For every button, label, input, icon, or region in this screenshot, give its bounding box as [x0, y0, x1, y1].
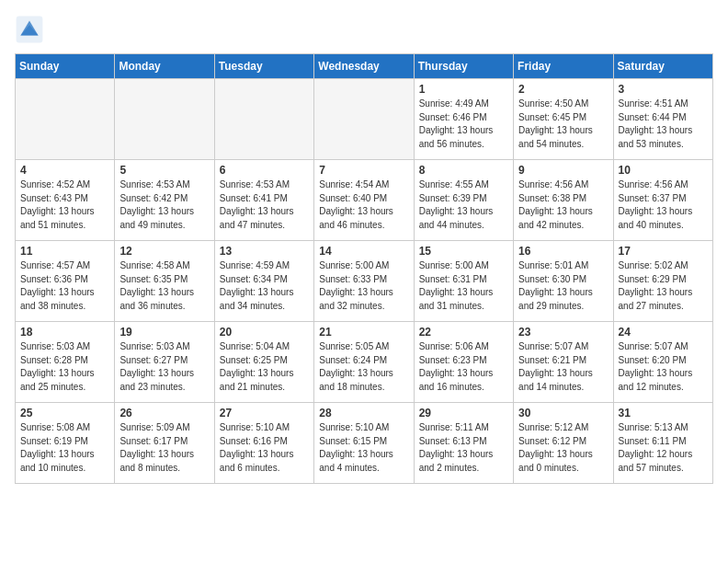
day-number: 31 — [619, 407, 708, 419]
calendar-cell: 4Sunrise: 4:52 AMSunset: 6:43 PMDaylight… — [16, 160, 115, 241]
day-number: 28 — [319, 407, 408, 419]
calendar-cell: 8Sunrise: 4:55 AMSunset: 6:39 PMDaylight… — [414, 160, 513, 241]
calendar-cell: 13Sunrise: 4:59 AMSunset: 6:34 PMDayligh… — [214, 241, 313, 322]
calendar-cell: 29Sunrise: 5:11 AMSunset: 6:13 PMDayligh… — [414, 403, 513, 484]
day-info: Sunrise: 5:08 AMSunset: 6:19 PMDaylight:… — [20, 421, 109, 475]
weekday-header: Monday — [115, 54, 214, 79]
weekday-header: Sunday — [16, 54, 115, 79]
day-info: Sunrise: 5:00 AMSunset: 6:31 PMDaylight:… — [419, 259, 508, 313]
day-number: 5 — [119, 164, 209, 177]
day-info: Sunrise: 5:01 AMSunset: 6:30 PMDaylight:… — [518, 259, 608, 313]
day-info: Sunrise: 4:58 AMSunset: 6:35 PMDaylight:… — [119, 259, 209, 313]
day-number: 4 — [20, 164, 109, 177]
calendar-cell: 6Sunrise: 4:53 AMSunset: 6:41 PMDaylight… — [214, 160, 313, 241]
day-info: Sunrise: 4:50 AMSunset: 6:45 PMDaylight:… — [518, 98, 608, 151]
day-info: Sunrise: 4:56 AMSunset: 6:38 PMDaylight:… — [518, 178, 608, 232]
day-number: 17 — [619, 245, 708, 258]
calendar-cell: 12Sunrise: 4:58 AMSunset: 6:35 PMDayligh… — [115, 241, 214, 322]
calendar-cell: 2Sunrise: 4:50 AMSunset: 6:45 PMDaylight… — [514, 79, 613, 160]
day-info: Sunrise: 5:07 AMSunset: 6:21 PMDaylight:… — [518, 340, 608, 394]
day-info: Sunrise: 5:04 AMSunset: 6:25 PMDaylight:… — [220, 340, 309, 394]
day-number: 22 — [419, 326, 508, 339]
calendar-cell: 11Sunrise: 4:57 AMSunset: 6:36 PMDayligh… — [16, 241, 115, 322]
weekday-header: Friday — [514, 54, 613, 79]
calendar-cell: 31Sunrise: 5:13 AMSunset: 6:11 PMDayligh… — [613, 403, 712, 484]
calendar-cell: 18Sunrise: 5:03 AMSunset: 6:28 PMDayligh… — [16, 322, 115, 403]
day-number: 16 — [518, 245, 608, 258]
day-number: 10 — [619, 164, 708, 177]
calendar-cell: 27Sunrise: 5:10 AMSunset: 6:16 PMDayligh… — [214, 403, 313, 484]
day-number: 27 — [220, 407, 309, 419]
day-number: 6 — [220, 164, 309, 177]
day-number: 25 — [20, 407, 109, 419]
day-number: 24 — [619, 326, 708, 339]
logo-icon — [15, 15, 44, 44]
day-info: Sunrise: 5:03 AMSunset: 6:28 PMDaylight:… — [20, 340, 109, 394]
day-info: Sunrise: 4:55 AMSunset: 6:39 PMDaylight:… — [419, 178, 508, 232]
day-number: 9 — [518, 164, 608, 177]
day-number: 15 — [419, 245, 508, 258]
day-number: 12 — [119, 245, 209, 258]
weekday-header: Saturday — [613, 54, 712, 79]
calendar-cell: 1Sunrise: 4:49 AMSunset: 6:46 PMDaylight… — [414, 79, 513, 160]
calendar-cell — [16, 79, 115, 160]
calendar-cell: 10Sunrise: 4:56 AMSunset: 6:37 PMDayligh… — [613, 160, 712, 241]
day-number: 11 — [20, 245, 109, 258]
calendar-cell: 17Sunrise: 5:02 AMSunset: 6:29 PMDayligh… — [613, 241, 712, 322]
calendar-cell: 23Sunrise: 5:07 AMSunset: 6:21 PMDayligh… — [514, 322, 613, 403]
calendar-cell: 28Sunrise: 5:10 AMSunset: 6:15 PMDayligh… — [314, 403, 414, 484]
day-info: Sunrise: 5:00 AMSunset: 6:33 PMDaylight:… — [319, 259, 408, 313]
day-info: Sunrise: 5:03 AMSunset: 6:27 PMDaylight:… — [119, 340, 209, 394]
day-info: Sunrise: 4:56 AMSunset: 6:37 PMDaylight:… — [619, 178, 708, 232]
calendar-week-row: 25Sunrise: 5:08 AMSunset: 6:19 PMDayligh… — [16, 403, 713, 484]
day-info: Sunrise: 5:10 AMSunset: 6:16 PMDaylight:… — [220, 421, 309, 475]
calendar-cell: 14Sunrise: 5:00 AMSunset: 6:33 PMDayligh… — [314, 241, 414, 322]
day-info: Sunrise: 4:53 AMSunset: 6:41 PMDaylight:… — [220, 178, 309, 232]
page-header — [15, 15, 713, 44]
day-number: 29 — [419, 407, 508, 419]
day-info: Sunrise: 5:05 AMSunset: 6:24 PMDaylight:… — [319, 340, 408, 394]
calendar-cell — [314, 79, 414, 160]
day-info: Sunrise: 4:53 AMSunset: 6:42 PMDaylight:… — [119, 178, 209, 232]
day-info: Sunrise: 5:12 AMSunset: 6:12 PMDaylight:… — [518, 421, 608, 475]
day-number: 1 — [419, 83, 508, 96]
calendar-week-row: 18Sunrise: 5:03 AMSunset: 6:28 PMDayligh… — [16, 322, 713, 403]
calendar-week-row: 4Sunrise: 4:52 AMSunset: 6:43 PMDaylight… — [16, 160, 713, 241]
calendar-table: SundayMondayTuesdayWednesdayThursdayFrid… — [15, 53, 713, 484]
day-info: Sunrise: 5:11 AMSunset: 6:13 PMDaylight:… — [419, 421, 508, 475]
calendar-cell: 20Sunrise: 5:04 AMSunset: 6:25 PMDayligh… — [214, 322, 313, 403]
day-info: Sunrise: 4:52 AMSunset: 6:43 PMDaylight:… — [20, 178, 109, 232]
day-number: 20 — [220, 326, 309, 339]
calendar-cell — [115, 79, 214, 160]
day-number: 21 — [319, 326, 408, 339]
logo — [15, 15, 48, 44]
day-info: Sunrise: 4:54 AMSunset: 6:40 PMDaylight:… — [319, 178, 408, 232]
calendar-week-row: 1Sunrise: 4:49 AMSunset: 6:46 PMDaylight… — [16, 79, 713, 160]
calendar-cell: 19Sunrise: 5:03 AMSunset: 6:27 PMDayligh… — [115, 322, 214, 403]
day-number: 30 — [518, 407, 608, 419]
day-info: Sunrise: 5:07 AMSunset: 6:20 PMDaylight:… — [619, 340, 708, 394]
calendar-cell: 25Sunrise: 5:08 AMSunset: 6:19 PMDayligh… — [16, 403, 115, 484]
calendar-cell: 9Sunrise: 4:56 AMSunset: 6:38 PMDaylight… — [514, 160, 613, 241]
day-number: 8 — [419, 164, 508, 177]
weekday-header-row: SundayMondayTuesdayWednesdayThursdayFrid… — [16, 54, 713, 79]
calendar-cell: 26Sunrise: 5:09 AMSunset: 6:17 PMDayligh… — [115, 403, 214, 484]
calendar-cell: 24Sunrise: 5:07 AMSunset: 6:20 PMDayligh… — [613, 322, 712, 403]
calendar-cell: 21Sunrise: 5:05 AMSunset: 6:24 PMDayligh… — [314, 322, 414, 403]
day-info: Sunrise: 5:02 AMSunset: 6:29 PMDaylight:… — [619, 259, 708, 313]
weekday-header: Thursday — [414, 54, 513, 79]
calendar-cell: 7Sunrise: 4:54 AMSunset: 6:40 PMDaylight… — [314, 160, 414, 241]
weekday-header: Tuesday — [214, 54, 313, 79]
calendar-cell: 22Sunrise: 5:06 AMSunset: 6:23 PMDayligh… — [414, 322, 513, 403]
weekday-header: Wednesday — [314, 54, 414, 79]
day-number: 18 — [20, 326, 109, 339]
calendar-cell: 16Sunrise: 5:01 AMSunset: 6:30 PMDayligh… — [514, 241, 613, 322]
day-info: Sunrise: 4:59 AMSunset: 6:34 PMDaylight:… — [220, 259, 309, 313]
day-number: 7 — [319, 164, 408, 177]
calendar-week-row: 11Sunrise: 4:57 AMSunset: 6:36 PMDayligh… — [16, 241, 713, 322]
day-info: Sunrise: 5:06 AMSunset: 6:23 PMDaylight:… — [419, 340, 508, 394]
day-info: Sunrise: 5:13 AMSunset: 6:11 PMDaylight:… — [619, 421, 708, 475]
day-info: Sunrise: 4:51 AMSunset: 6:44 PMDaylight:… — [619, 98, 708, 151]
calendar-cell: 5Sunrise: 4:53 AMSunset: 6:42 PMDaylight… — [115, 160, 214, 241]
day-info: Sunrise: 5:10 AMSunset: 6:15 PMDaylight:… — [319, 421, 408, 475]
